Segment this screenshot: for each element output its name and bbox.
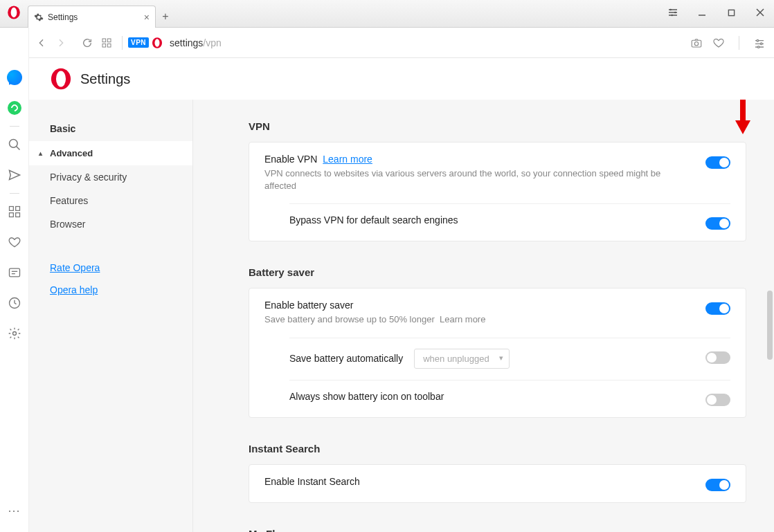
enable-instant-search-label: Enable Instant Search bbox=[264, 476, 692, 487]
enable-instant-search-toggle[interactable] bbox=[705, 479, 730, 491]
vpn-learn-more-link[interactable]: Learn more bbox=[323, 154, 372, 165]
close-button[interactable] bbox=[750, 3, 770, 22]
svg-point-1 bbox=[11, 8, 17, 17]
back-button[interactable] bbox=[32, 33, 51, 53]
opera-url-icon bbox=[152, 37, 163, 48]
battery-icon-toggle[interactable] bbox=[705, 394, 730, 406]
svg-rect-25 bbox=[15, 213, 19, 217]
nav-browser[interactable]: Browser bbox=[29, 212, 192, 236]
nav-basic[interactable]: Basic bbox=[29, 116, 192, 141]
section-title-battery: Battery saver bbox=[249, 266, 746, 278]
title-bar: Settings × + bbox=[0, 0, 774, 28]
page-title: Settings bbox=[80, 71, 130, 87]
my-flow-icon[interactable] bbox=[0, 160, 29, 190]
caret-up-icon: ▴ bbox=[39, 149, 46, 157]
browser-tab[interactable]: Settings × bbox=[28, 6, 156, 28]
settings-main: VPN Enable VPNLearn more VPN connects to… bbox=[193, 100, 774, 532]
scrollbar-thumb[interactable] bbox=[767, 291, 773, 360]
messenger-icon[interactable] bbox=[0, 62, 29, 93]
settings-nav: Basic ▴ Advanced Privacy & security Feat… bbox=[29, 100, 193, 532]
settings-header: Settings bbox=[29, 58, 774, 100]
snapshot-icon[interactable] bbox=[689, 35, 704, 51]
svg-marker-34 bbox=[735, 120, 750, 134]
easy-setup-icon[interactable] bbox=[663, 3, 683, 22]
svg-rect-9 bbox=[102, 39, 106, 42]
speed-dial-grid-icon[interactable] bbox=[0, 196, 29, 227]
save-battery-auto-select[interactable]: when unplugged bbox=[414, 349, 509, 369]
window-controls bbox=[663, 3, 770, 22]
svg-rect-22 bbox=[9, 207, 13, 211]
forward-button[interactable] bbox=[51, 33, 71, 53]
nav-advanced[interactable]: ▴ Advanced bbox=[29, 141, 192, 165]
svg-rect-6 bbox=[728, 10, 734, 15]
svg-rect-23 bbox=[15, 207, 19, 211]
search-icon[interactable] bbox=[0, 129, 29, 160]
more-icon[interactable]: ⋯ bbox=[8, 503, 21, 518]
enable-battery-desc: Save battery and browse up to 50% longer bbox=[264, 314, 435, 324]
nav-privacy-security[interactable]: Privacy & security bbox=[29, 165, 192, 189]
bypass-vpn-toggle[interactable] bbox=[705, 217, 730, 230]
enable-vpn-label: Enable VPN bbox=[264, 154, 317, 165]
maximize-button[interactable] bbox=[721, 3, 741, 22]
svg-point-14 bbox=[155, 39, 160, 47]
minimize-button[interactable] bbox=[692, 3, 712, 22]
battery-icon-label: Always show battery icon on toolbar bbox=[289, 391, 692, 402]
svg-point-4 bbox=[671, 15, 673, 17]
separator bbox=[10, 193, 19, 194]
save-battery-auto-toggle[interactable] bbox=[705, 351, 730, 364]
svg-point-19 bbox=[757, 46, 759, 48]
separator bbox=[10, 126, 19, 127]
bookmark-heart-icon[interactable] bbox=[711, 35, 726, 51]
nav-features[interactable]: Features bbox=[29, 189, 192, 212]
svg-rect-15 bbox=[692, 40, 701, 47]
vpn-badge[interactable]: VPN bbox=[128, 37, 149, 48]
whatsapp-icon[interactable] bbox=[0, 93, 29, 123]
enable-battery-row: Enable battery saver Save battery and br… bbox=[249, 288, 746, 337]
enable-vpn-toggle[interactable] bbox=[705, 156, 730, 169]
svg-point-20 bbox=[9, 140, 17, 148]
enable-battery-label: Enable battery saver bbox=[264, 300, 692, 311]
rate-opera-link[interactable]: Rate Opera bbox=[29, 257, 192, 279]
tab-close-icon[interactable]: × bbox=[144, 12, 150, 23]
svg-point-18 bbox=[760, 43, 762, 45]
svg-rect-10 bbox=[107, 39, 111, 42]
save-battery-auto-label: Save battery automatically bbox=[289, 353, 403, 364]
svg-rect-24 bbox=[9, 213, 13, 217]
svg-rect-26 bbox=[9, 268, 19, 277]
tab-title: Settings bbox=[48, 12, 78, 22]
enable-battery-toggle[interactable] bbox=[705, 302, 730, 315]
bookmarks-heart-icon[interactable] bbox=[0, 227, 29, 257]
easy-setup-sliders-icon[interactable] bbox=[752, 35, 767, 51]
reload-button[interactable] bbox=[78, 33, 97, 53]
battery-icon-row: Always show battery icon on toolbar bbox=[249, 380, 746, 417]
svg-point-16 bbox=[694, 42, 698, 45]
section-title-instant-search: Instant Search bbox=[249, 443, 746, 455]
svg-point-2 bbox=[669, 9, 672, 11]
annotation-arrow bbox=[732, 100, 753, 138]
enable-vpn-row: Enable VPNLearn more VPN connects to web… bbox=[249, 143, 746, 203]
section-title-vpn: VPN bbox=[249, 120, 746, 132]
opera-logo-icon bbox=[50, 68, 72, 90]
settings-gear-icon[interactable] bbox=[0, 318, 29, 349]
opera-logo-icon bbox=[7, 6, 21, 19]
url-text[interactable]: settings/vpn bbox=[170, 37, 222, 48]
instant-search-card: Enable Instant Search bbox=[249, 464, 746, 503]
section-title-my-flow: My Flow bbox=[249, 528, 746, 532]
svg-rect-11 bbox=[102, 44, 106, 47]
separator bbox=[739, 36, 739, 50]
news-icon[interactable] bbox=[0, 257, 29, 288]
svg-point-32 bbox=[56, 71, 66, 86]
svg-point-17 bbox=[757, 39, 759, 42]
opera-help-link[interactable]: Opera help bbox=[29, 279, 192, 301]
settings-page: Settings Basic ▴ Advanced Privacy & secu… bbox=[29, 58, 774, 532]
enable-vpn-desc: VPN connects to websites via various ser… bbox=[264, 167, 692, 192]
svg-point-30 bbox=[12, 332, 16, 336]
battery-learn-more-link[interactable]: Learn more bbox=[440, 314, 485, 324]
speed-dial-button[interactable] bbox=[97, 33, 116, 53]
history-icon[interactable] bbox=[0, 288, 29, 318]
svg-point-3 bbox=[674, 12, 676, 14]
vpn-card: Enable VPNLearn more VPN connects to web… bbox=[249, 142, 746, 241]
nav-advanced-label: Advanced bbox=[50, 148, 93, 158]
new-tab-button[interactable]: + bbox=[156, 6, 175, 28]
battery-card: Enable battery saver Save battery and br… bbox=[249, 288, 746, 417]
